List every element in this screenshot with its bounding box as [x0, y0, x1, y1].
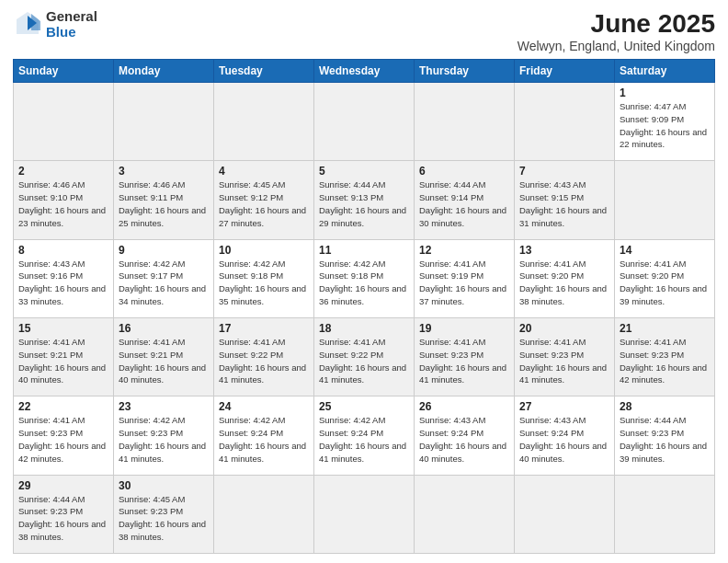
- day-cell-11: 11Sunrise: 4:42 AMSunset: 9:18 PMDayligh…: [314, 239, 415, 317]
- day-number: 30: [119, 479, 209, 492]
- day-info: Sunrise: 4:43 AMSunset: 9:16 PMDaylight:…: [18, 259, 106, 306]
- day-cell-30: 30Sunrise: 4:45 AMSunset: 9:23 PMDayligh…: [114, 475, 214, 553]
- day-info: Sunrise: 4:46 AMSunset: 9:10 PMDaylight:…: [18, 179, 106, 227]
- day-info: Sunrise: 4:43 AMSunset: 9:24 PMDaylight:…: [519, 415, 607, 463]
- day-info: Sunrise: 4:46 AMSunset: 9:11 PMDaylight:…: [119, 179, 206, 227]
- day-number: 16: [119, 322, 209, 335]
- day-header-sunday: Sunday: [14, 60, 114, 83]
- logo-blue: Blue: [46, 25, 97, 40]
- empty-cell: [515, 83, 615, 161]
- day-cell-5: 5Sunrise: 4:44 AMSunset: 9:13 PMDaylight…: [314, 161, 415, 239]
- day-number: 6: [419, 165, 509, 178]
- logo-general: General: [46, 9, 97, 25]
- day-info: Sunrise: 4:41 AMSunset: 9:22 PMDaylight:…: [219, 337, 306, 385]
- day-cell-21: 21Sunrise: 4:41 AMSunset: 9:23 PMDayligh…: [615, 317, 715, 396]
- empty-cell: [214, 475, 314, 553]
- day-info: Sunrise: 4:43 AMSunset: 9:15 PMDaylight:…: [519, 179, 607, 227]
- day-number: 12: [419, 244, 509, 257]
- day-cell-23: 23Sunrise: 4:42 AMSunset: 9:23 PMDayligh…: [114, 396, 214, 475]
- day-cell-22: 22Sunrise: 4:41 AMSunset: 9:23 PMDayligh…: [14, 396, 114, 475]
- day-header-monday: Monday: [114, 60, 214, 83]
- day-info: Sunrise: 4:42 AMSunset: 9:18 PMDaylight:…: [219, 259, 306, 306]
- day-info: Sunrise: 4:42 AMSunset: 9:24 PMDaylight:…: [219, 415, 306, 463]
- day-number: 22: [18, 400, 108, 413]
- day-number: 7: [519, 165, 609, 178]
- empty-cell: [314, 475, 415, 553]
- day-number: 24: [219, 400, 309, 413]
- day-info: Sunrise: 4:41 AMSunset: 9:21 PMDaylight:…: [119, 337, 206, 385]
- day-number: 15: [18, 322, 108, 335]
- calendar-subtitle: Welwyn, England, United Kingdom: [518, 39, 715, 53]
- logo-text: General Blue: [46, 9, 97, 40]
- day-cell-9: 9Sunrise: 4:42 AMSunset: 9:17 PMDaylight…: [114, 239, 214, 317]
- day-number: 25: [319, 400, 409, 413]
- day-info: Sunrise: 4:41 AMSunset: 9:20 PMDaylight:…: [519, 259, 607, 306]
- empty-cell: [515, 475, 615, 553]
- calendar-title: June 2025: [518, 9, 715, 39]
- day-number: 8: [18, 244, 108, 257]
- day-number: 1: [620, 86, 710, 99]
- empty-cell: [214, 83, 314, 161]
- day-info: Sunrise: 4:45 AMSunset: 9:23 PMDaylight:…: [119, 494, 206, 542]
- day-number: 23: [119, 400, 209, 413]
- day-cell-16: 16Sunrise: 4:41 AMSunset: 9:21 PMDayligh…: [114, 317, 214, 396]
- day-info: Sunrise: 4:44 AMSunset: 9:23 PMDaylight:…: [18, 494, 106, 542]
- day-info: Sunrise: 4:41 AMSunset: 9:19 PMDaylight:…: [419, 259, 506, 306]
- day-info: Sunrise: 4:42 AMSunset: 9:17 PMDaylight:…: [119, 259, 206, 306]
- day-info: Sunrise: 4:44 AMSunset: 9:13 PMDaylight:…: [319, 179, 406, 227]
- day-cell-4: 4Sunrise: 4:45 AMSunset: 9:12 PMDaylight…: [214, 161, 314, 239]
- day-cell-1: 1Sunrise: 4:47 AMSunset: 9:09 PMDaylight…: [615, 83, 715, 161]
- day-info: Sunrise: 4:41 AMSunset: 9:21 PMDaylight:…: [18, 337, 106, 385]
- empty-cell: [314, 83, 415, 161]
- day-cell-13: 13Sunrise: 4:41 AMSunset: 9:20 PMDayligh…: [515, 239, 615, 317]
- day-cell-3: 3Sunrise: 4:46 AMSunset: 9:11 PMDaylight…: [114, 161, 214, 239]
- day-info: Sunrise: 4:41 AMSunset: 9:23 PMDaylight:…: [519, 337, 607, 385]
- day-cell-12: 12Sunrise: 4:41 AMSunset: 9:19 PMDayligh…: [415, 239, 515, 317]
- day-number: 17: [219, 322, 309, 335]
- day-info: Sunrise: 4:45 AMSunset: 9:12 PMDaylight:…: [219, 179, 306, 227]
- day-number: 9: [119, 244, 209, 257]
- day-cell-20: 20Sunrise: 4:41 AMSunset: 9:23 PMDayligh…: [515, 317, 615, 396]
- day-cell-15: 15Sunrise: 4:41 AMSunset: 9:21 PMDayligh…: [14, 317, 114, 396]
- empty-cell: [14, 83, 114, 161]
- day-number: 11: [319, 244, 409, 257]
- logo-icon: [13, 10, 42, 40]
- day-number: 5: [319, 165, 409, 178]
- day-info: Sunrise: 4:41 AMSunset: 9:23 PMDaylight:…: [620, 337, 707, 385]
- day-header-tuesday: Tuesday: [214, 60, 314, 83]
- day-number: 21: [620, 322, 710, 335]
- calendar-table: SundayMondayTuesdayWednesdayThursdayFrid…: [13, 59, 715, 554]
- day-number: 27: [519, 400, 609, 413]
- day-info: Sunrise: 4:41 AMSunset: 9:23 PMDaylight:…: [18, 415, 106, 463]
- day-info: Sunrise: 4:44 AMSunset: 9:23 PMDaylight:…: [620, 415, 707, 463]
- day-cell-27: 27Sunrise: 4:43 AMSunset: 9:24 PMDayligh…: [515, 396, 615, 475]
- day-info: Sunrise: 4:47 AMSunset: 9:09 PMDaylight:…: [620, 101, 707, 149]
- day-info: Sunrise: 4:43 AMSunset: 9:24 PMDaylight:…: [419, 415, 506, 463]
- page: General Blue June 2025 Welwyn, England, …: [0, 0, 728, 563]
- day-number: 20: [519, 322, 609, 335]
- day-number: 19: [419, 322, 509, 335]
- day-number: 13: [519, 244, 609, 257]
- day-header-friday: Friday: [515, 60, 615, 83]
- day-number: 14: [620, 244, 710, 257]
- day-info: Sunrise: 4:42 AMSunset: 9:18 PMDaylight:…: [319, 259, 406, 306]
- logo: General Blue: [13, 9, 97, 40]
- day-info: Sunrise: 4:44 AMSunset: 9:14 PMDaylight:…: [419, 179, 506, 227]
- day-header-thursday: Thursday: [415, 60, 515, 83]
- day-cell-19: 19Sunrise: 4:41 AMSunset: 9:23 PMDayligh…: [415, 317, 515, 396]
- day-info: Sunrise: 4:42 AMSunset: 9:23 PMDaylight:…: [119, 415, 206, 463]
- day-cell-10: 10Sunrise: 4:42 AMSunset: 9:18 PMDayligh…: [214, 239, 314, 317]
- day-cell-14: 14Sunrise: 4:41 AMSunset: 9:20 PMDayligh…: [615, 239, 715, 317]
- day-info: Sunrise: 4:42 AMSunset: 9:24 PMDaylight:…: [319, 415, 406, 463]
- day-number: 4: [219, 165, 309, 178]
- day-cell-26: 26Sunrise: 4:43 AMSunset: 9:24 PMDayligh…: [415, 396, 515, 475]
- day-cell-28: 28Sunrise: 4:44 AMSunset: 9:23 PMDayligh…: [615, 396, 715, 475]
- day-header-saturday: Saturday: [615, 60, 715, 83]
- day-cell-24: 24Sunrise: 4:42 AMSunset: 9:24 PMDayligh…: [214, 396, 314, 475]
- day-number: 3: [119, 165, 209, 178]
- day-cell-18: 18Sunrise: 4:41 AMSunset: 9:22 PMDayligh…: [314, 317, 415, 396]
- empty-cell: [615, 161, 715, 239]
- day-cell-7: 7Sunrise: 4:43 AMSunset: 9:15 PMDaylight…: [515, 161, 615, 239]
- day-number: 26: [419, 400, 509, 413]
- day-info: Sunrise: 4:41 AMSunset: 9:23 PMDaylight:…: [419, 337, 506, 385]
